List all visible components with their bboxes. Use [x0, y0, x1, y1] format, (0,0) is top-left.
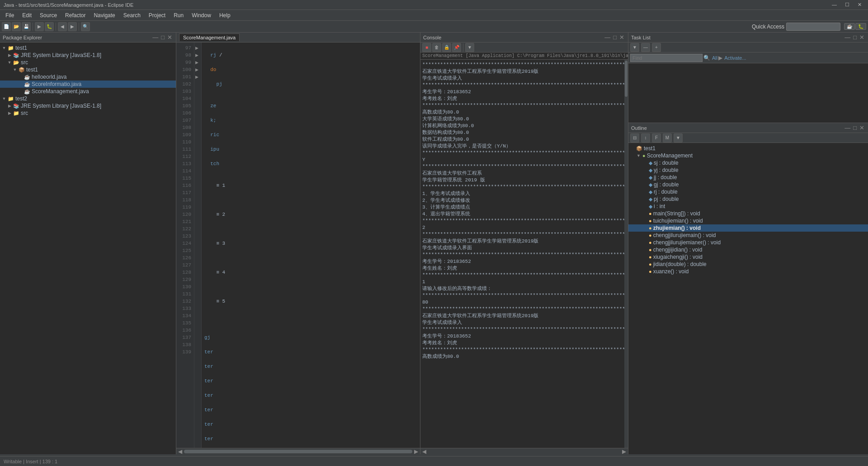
outline-item-7[interactable]: ◆pj : double	[628, 195, 868, 203]
menu-edit[interactable]: Edit	[19, 11, 35, 19]
task-filter-btn[interactable]: ▼	[630, 43, 639, 52]
outline-item-6[interactable]: ◆rj : double	[628, 188, 868, 195]
outline-hide-fields-btn[interactable]: F	[652, 133, 661, 143]
scroll-left-icon[interactable]: ◀	[178, 448, 182, 455]
back-button[interactable]: ◀	[58, 22, 67, 31]
perspective-debug[interactable]: 🐛	[855, 23, 866, 30]
open-button[interactable]: 📂	[12, 22, 21, 31]
debug-button[interactable]: 🐛	[45, 22, 54, 31]
task-list-content	[628, 63, 868, 123]
outline-item-16[interactable]: ●jidian(double) : double	[628, 261, 868, 268]
tree-label: src	[21, 110, 28, 116]
outline-item-14[interactable]: ●chengjjijidian() : void	[628, 246, 868, 253]
window-controls[interactable]: — ☐ ✕	[829, 2, 864, 8]
menu-file[interactable]: File	[2, 11, 18, 19]
tree-item-src1[interactable]: ▼ 📂 src	[0, 59, 176, 66]
task-expand-btn[interactable]: +	[652, 43, 661, 52]
tree-item-jre1[interactable]: ▶ 📚 JRE System Library [JavaSE-1.8]	[0, 52, 176, 59]
console-output[interactable]: ****************************************…	[420, 60, 624, 448]
console-max-icon[interactable]: □	[612, 34, 618, 41]
console-scroll-right-icon[interactable]: ▶	[622, 448, 626, 455]
outline-item-17[interactable]: ●xuanze() : void	[628, 268, 868, 275]
menu-help[interactable]: Help	[216, 11, 234, 19]
console-app-label: ScoreManagement [Java Application] C:\Pr…	[420, 52, 628, 60]
run-button[interactable]: ▶	[35, 22, 44, 31]
task-find-input[interactable]	[630, 54, 703, 62]
tree-item-src2[interactable]: ▶ 📁 src	[0, 109, 176, 117]
outline-item-label: sj : double	[654, 160, 679, 166]
console-vertical-scrollbar[interactable]	[624, 60, 628, 448]
quick-access-input[interactable]	[786, 23, 840, 31]
task-list-close-icon[interactable]: ✕	[859, 34, 865, 41]
outline-item-15[interactable]: ●xiugaichengji() : void	[628, 253, 868, 261]
editor-tab[interactable]: ScoreManagement.java	[179, 33, 240, 41]
outline-sort-btn[interactable]: ↕	[641, 133, 650, 143]
task-list-max-icon[interactable]: □	[852, 34, 858, 41]
task-list-min-icon[interactable]: —	[844, 34, 851, 41]
menu-project[interactable]: Project	[145, 11, 169, 19]
console-clear-btn[interactable]: 🗑	[432, 43, 441, 52]
tree-item-test1[interactable]: ▼ 📁 test1	[0, 44, 176, 52]
console-stop-btn[interactable]: ■	[422, 43, 431, 52]
java-file-icon: ☕	[24, 81, 30, 87]
perspective-java[interactable]: ☕	[844, 23, 855, 30]
console-line: 高数成绩为80.0	[422, 109, 623, 116]
outline-max-icon[interactable]: □	[852, 124, 858, 131]
maximize-button[interactable]: ☐	[842, 2, 852, 8]
console-scroll-lock-btn[interactable]: 🔒	[442, 43, 451, 52]
tree-item-pkg-test1[interactable]: ▼ 📦 test1	[0, 66, 176, 73]
editor-horizontal-scrollbar[interactable]: ◀ ▶	[176, 448, 420, 454]
all-tasks-link[interactable]: All	[712, 55, 717, 61]
console-pin-btn[interactable]: 📌	[452, 43, 461, 52]
console-close-icon[interactable]: ✕	[618, 34, 625, 41]
outline-item-8[interactable]: ◆i : int	[628, 203, 868, 210]
outline-item-2[interactable]: ◆sj : double	[628, 159, 868, 166]
outline-item-13[interactable]: ●chengjjilurujiemianer() : void	[628, 239, 868, 246]
menu-refactor[interactable]: Refactor	[61, 11, 89, 19]
h-scroll-thumb[interactable]	[184, 450, 412, 453]
menu-navigate[interactable]: Navigate	[90, 11, 118, 19]
console-view-btn[interactable]: ▼	[465, 43, 474, 52]
tree-item-jre2[interactable]: ▶ 📚 JRE System Library [JavaSE-1.8]	[0, 102, 176, 109]
activate-link[interactable]: Activate...	[724, 55, 746, 61]
console-horizontal-scrollbar[interactable]: ◀ ▶	[420, 448, 628, 454]
outline-item-12[interactable]: ●chengjjilurujiemain() : void	[628, 232, 868, 239]
console-scroll-thumb[interactable]	[625, 61, 627, 97]
forward-button[interactable]: ▶	[68, 22, 77, 31]
close-button[interactable]: ✕	[855, 2, 864, 8]
title-text: Java - test1/src/test1/ScoreManagement.j…	[4, 2, 133, 8]
outline-item-1[interactable]: ▼●ScoreManagement	[628, 152, 868, 159]
outline-item-0[interactable]: 📦test1	[628, 145, 868, 152]
scroll-right-icon[interactable]: ▶	[414, 448, 418, 455]
outline-item-4[interactable]: ◆jj : double	[628, 174, 868, 181]
outline-item-10[interactable]: ●tuichujiemian() : void	[628, 217, 868, 224]
maximize-view-icon[interactable]: □	[160, 34, 165, 41]
menu-window[interactable]: Window	[188, 11, 215, 19]
save-button[interactable]: 💾	[22, 22, 31, 31]
outline-item-3[interactable]: ◆yj : double	[628, 166, 868, 174]
console-min-icon[interactable]: —	[604, 34, 611, 41]
tree-item-scoreinfo[interactable]: ☕ ScoreInformatio.java	[0, 81, 176, 88]
outline-min-icon[interactable]: —	[844, 124, 851, 131]
outline-item-5[interactable]: ◆gj : double	[628, 181, 868, 188]
tree-item-hello[interactable]: ☕ helloeorld.java	[0, 73, 176, 81]
outline-filter-btn[interactable]: ▼	[674, 133, 683, 143]
tree-item-test2[interactable]: ▼ 📁 test2	[0, 95, 176, 102]
outline-collapse-all-btn[interactable]: ⊟	[630, 133, 639, 143]
code-text[interactable]: rj / do pj ze k; ric ipu tch ≡ 1 ≡ 2 ≡ 3…	[202, 43, 420, 448]
console-scroll-left-icon[interactable]: ◀	[422, 448, 426, 455]
task-collapse-btn[interactable]: —	[641, 43, 650, 52]
menu-run[interactable]: Run	[170, 11, 187, 19]
minimize-view-icon[interactable]: —	[151, 34, 159, 41]
menu-search[interactable]: Search	[120, 11, 144, 19]
outline-close-icon[interactable]: ✕	[859, 124, 865, 131]
outline-item-11[interactable]: ●zhujiemian() : void	[628, 224, 868, 232]
search-button[interactable]: 🔍	[81, 22, 90, 31]
outline-item-9[interactable]: ●main(String[]) : void	[628, 210, 868, 217]
tree-item-scoremgmt[interactable]: ☕ ScoreManagement.java	[0, 88, 176, 95]
menu-source[interactable]: Source	[36, 11, 61, 19]
new-button[interactable]: 📄	[2, 22, 11, 31]
minimize-button[interactable]: —	[829, 2, 840, 8]
close-view-icon[interactable]: ✕	[166, 34, 173, 41]
outline-hide-methods-btn[interactable]: M	[663, 133, 672, 143]
